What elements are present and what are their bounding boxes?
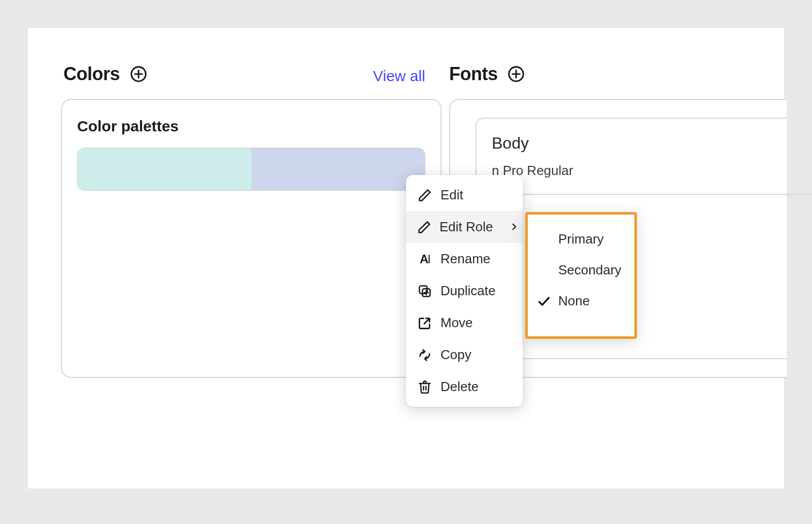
menu-item-copy[interactable]: Copy <box>406 339 523 371</box>
fonts-title: Fonts <box>449 63 497 85</box>
check-icon <box>537 294 558 308</box>
menu-label: Edit Role <box>439 219 493 235</box>
pencil-icon <box>417 220 431 235</box>
fonts-section-header: Fonts <box>449 63 526 85</box>
chevron-right-icon <box>510 219 519 235</box>
menu-item-duplicate[interactable]: Duplicate <box>406 275 523 307</box>
external-link-icon <box>417 316 432 331</box>
palette-swatch[interactable] <box>251 148 425 190</box>
menu-label: Edit <box>441 187 463 203</box>
colors-title: Colors <box>63 63 120 85</box>
menu-label: Copy <box>441 347 471 363</box>
menu-item-edit[interactable]: Edit <box>406 179 523 211</box>
copy-icon <box>417 347 432 363</box>
trash-icon <box>417 379 432 395</box>
font-role-label: Body <box>492 134 771 153</box>
role-label: Secondary <box>558 262 621 278</box>
menu-item-move[interactable]: Move <box>406 307 523 339</box>
role-label: None <box>558 293 590 309</box>
plus-circle-icon <box>130 65 147 83</box>
view-all-link[interactable]: View all <box>373 67 425 85</box>
color-palettes-title: Color palettes <box>77 118 425 135</box>
add-color-button[interactable] <box>129 64 148 84</box>
menu-item-delete[interactable]: Delete <box>406 371 523 403</box>
menu-label: Move <box>441 315 473 331</box>
context-menu: Edit Edit Role AI Rename <box>406 175 523 407</box>
plus-circle-icon <box>507 65 525 83</box>
role-option-none[interactable]: None <box>528 286 634 317</box>
text-cursor-icon: AI <box>417 252 432 267</box>
pencil-icon <box>417 188 432 203</box>
color-palette-row[interactable] <box>77 148 425 191</box>
menu-item-rename[interactable]: AI Rename <box>406 243 523 275</box>
menu-item-edit-role[interactable]: Edit Role <box>406 211 523 243</box>
menu-label: Delete <box>441 379 479 395</box>
role-option-secondary[interactable]: Secondary <box>528 255 634 286</box>
palette-swatch[interactable] <box>78 148 251 190</box>
font-name: n Pro Regular <box>492 163 771 179</box>
role-option-primary[interactable]: Primary <box>528 224 634 255</box>
duplicate-icon <box>417 284 432 299</box>
menu-label: Rename <box>441 251 490 267</box>
add-font-button[interactable] <box>506 64 526 84</box>
menu-label: Duplicate <box>441 283 495 299</box>
edit-role-submenu: Primary Secondary None <box>525 212 637 339</box>
role-label: Primary <box>558 231 604 247</box>
colors-card: Color palettes <box>61 99 442 378</box>
app-panel: Colors View all Fonts Color palettes <box>28 28 784 488</box>
colors-section-header: Colors <box>63 63 148 85</box>
